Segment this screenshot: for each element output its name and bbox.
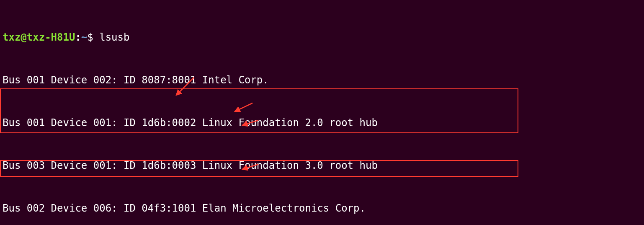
- prompt-line: txz@txz-H81U:~$ lsusb: [3, 30, 641, 44]
- command-text: lsusb: [99, 31, 129, 43]
- prompt-colon: :: [75, 31, 81, 43]
- terminal-window[interactable]: txz@txz-H81U:~$ lsusb Bus 001 Device 002…: [0, 0, 644, 225]
- prompt-user: txz: [3, 31, 21, 43]
- prompt-at: @: [21, 31, 26, 43]
- output-line: Bus 001 Device 002: ID 8087:8001 Intel C…: [3, 73, 641, 87]
- prompt-path: ~: [81, 31, 87, 43]
- prompt-host: txz-H81U: [27, 31, 75, 43]
- prompt-dollar: $: [87, 31, 99, 43]
- output-line: Bus 003 Device 001: ID 1d6b:0003 Linux F…: [3, 158, 641, 173]
- output-line: Bus 001 Device 001: ID 1d6b:0002 Linux F…: [3, 116, 641, 130]
- output-line: Bus 002 Device 006: ID 04f3:1001 Elan Mi…: [3, 201, 641, 215]
